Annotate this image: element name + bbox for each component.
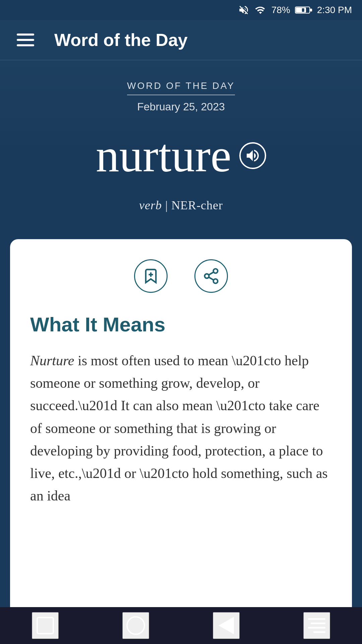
recent-button[interactable] <box>32 612 59 639</box>
svg-rect-2 <box>310 9 312 12</box>
hamburger-menu-button[interactable] <box>17 34 34 46</box>
bookmark-icon <box>142 267 160 285</box>
battery-icon <box>295 5 312 15</box>
nav-bar: Word of the Day <box>0 20 362 60</box>
pronunciation-text: NER-cher <box>171 199 223 212</box>
status-time: 2:30 PM <box>317 5 352 15</box>
options-icon <box>308 618 325 633</box>
hero-pronunciation: verb | NER-cher <box>139 198 223 212</box>
options-button[interactable] <box>303 612 330 639</box>
wifi-icon <box>254 4 267 16</box>
definition-text: Nurture is most often used to mean \u201… <box>30 350 332 507</box>
hero-word: nurture <box>96 130 231 181</box>
content-card: What It Means Nurture is most often used… <box>10 239 352 644</box>
share-button[interactable] <box>194 259 228 293</box>
home-button[interactable] <box>122 612 149 639</box>
back-icon <box>219 617 234 634</box>
bookmark-button[interactable] <box>134 259 168 293</box>
speaker-button[interactable] <box>239 142 266 169</box>
svg-rect-1 <box>296 7 306 13</box>
svg-point-6 <box>214 269 218 273</box>
square-icon <box>37 617 54 634</box>
hero-date: February 25, 2023 <box>137 101 225 113</box>
status-bar: 78% 2:30 PM <box>0 0 362 20</box>
svg-rect-3 <box>302 8 304 12</box>
svg-point-8 <box>214 279 218 283</box>
hero-section: WORD OF THE DAY February 25, 2023 nurtur… <box>0 60 362 239</box>
circle-icon <box>126 616 145 635</box>
word-in-definition: Nurture <box>30 353 74 368</box>
card-action-row <box>30 259 332 293</box>
back-button[interactable] <box>213 612 240 639</box>
page-title: Word of the Day <box>54 30 188 50</box>
what-it-means-heading: What It Means <box>30 313 332 336</box>
svg-line-10 <box>209 272 214 275</box>
share-icon <box>202 267 220 285</box>
svg-point-7 <box>205 274 209 278</box>
part-of-speech: verb <box>139 199 162 212</box>
bottom-nav <box>0 607 362 644</box>
word-of-day-label: WORD OF THE DAY <box>127 80 235 95</box>
status-icons: 78% 2:30 PM <box>238 4 352 16</box>
mute-icon <box>238 4 249 16</box>
speaker-icon <box>245 148 261 164</box>
svg-line-9 <box>209 277 214 280</box>
battery-percentage: 78% <box>272 5 290 15</box>
hero-word-row: nurture <box>96 130 266 181</box>
